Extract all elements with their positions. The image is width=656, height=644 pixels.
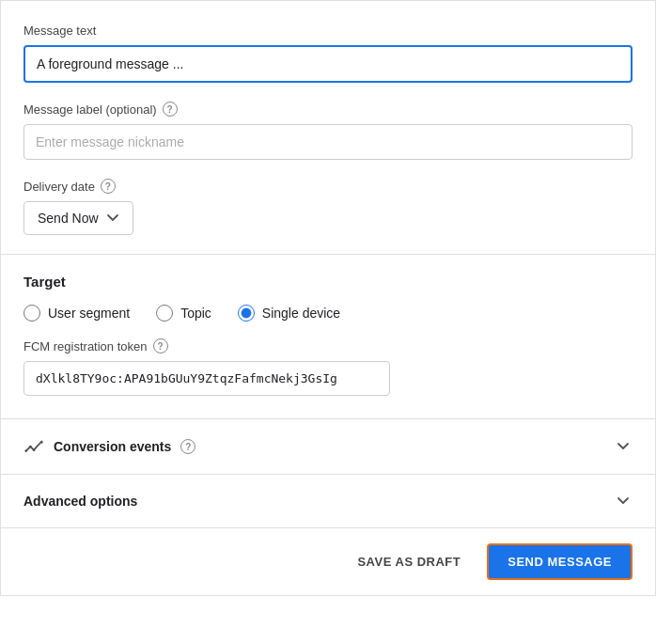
radio-user-segment[interactable]: User segment <box>23 305 130 322</box>
message-text-input[interactable] <box>23 45 633 83</box>
radio-topic[interactable]: Topic <box>156 305 211 322</box>
radio-single-device-label: Single device <box>262 306 340 321</box>
radio-user-segment-label: User segment <box>48 306 130 321</box>
save-draft-button[interactable]: SAVE AS DRAFT <box>346 547 472 576</box>
footer-bar: SAVE AS DRAFT SEND MESSAGE <box>1 527 655 595</box>
delivery-date-help-icon[interactable]: ? <box>101 179 116 194</box>
delivery-date-value: Send Now <box>38 211 99 226</box>
radio-topic-input[interactable] <box>156 305 173 322</box>
target-section-title: Target <box>23 274 633 290</box>
svg-point-2 <box>33 448 36 451</box>
message-label-label: Message label (optional) ? <box>23 102 633 117</box>
advanced-options-section[interactable]: Advanced options <box>1 474 655 527</box>
svg-point-3 <box>40 441 43 444</box>
target-radio-group: User segment Topic Single device <box>23 305 633 322</box>
svg-point-1 <box>29 446 32 448</box>
fcm-token-label: FCM registration token ? <box>23 338 633 353</box>
conversion-events-label: Conversion events <box>54 439 171 454</box>
advanced-options-chevron-icon <box>614 492 633 510</box>
advanced-options-left: Advanced options <box>23 494 137 509</box>
radio-single-device[interactable]: Single device <box>238 305 340 322</box>
radio-single-device-input[interactable] <box>238 305 255 322</box>
svg-point-0 <box>24 449 27 452</box>
delivery-date-label: Delivery date ? <box>23 179 633 194</box>
message-label-help-icon[interactable]: ? <box>163 102 178 117</box>
fcm-token-help-icon[interactable]: ? <box>153 338 168 353</box>
radio-topic-label: Topic <box>180 306 211 321</box>
message-label-input[interactable] <box>23 124 633 160</box>
message-text-label: Message text <box>23 24 633 38</box>
delivery-date-dropdown[interactable]: Send Now <box>23 201 133 235</box>
conversion-events-section[interactable]: Conversion events ? <box>1 418 655 474</box>
fcm-token-input[interactable] <box>23 361 390 396</box>
conversion-events-icon <box>23 436 44 457</box>
conversion-events-help-icon[interactable]: ? <box>180 439 195 454</box>
conversion-events-chevron-icon <box>614 437 633 456</box>
dropdown-arrow-icon <box>106 212 119 225</box>
send-message-button[interactable]: SEND MESSAGE <box>487 543 633 580</box>
conversion-events-left: Conversion events ? <box>23 436 195 457</box>
advanced-options-label: Advanced options <box>23 494 137 509</box>
radio-user-segment-input[interactable] <box>23 305 40 322</box>
target-section: Target User segment Topic Single device … <box>23 255 633 418</box>
